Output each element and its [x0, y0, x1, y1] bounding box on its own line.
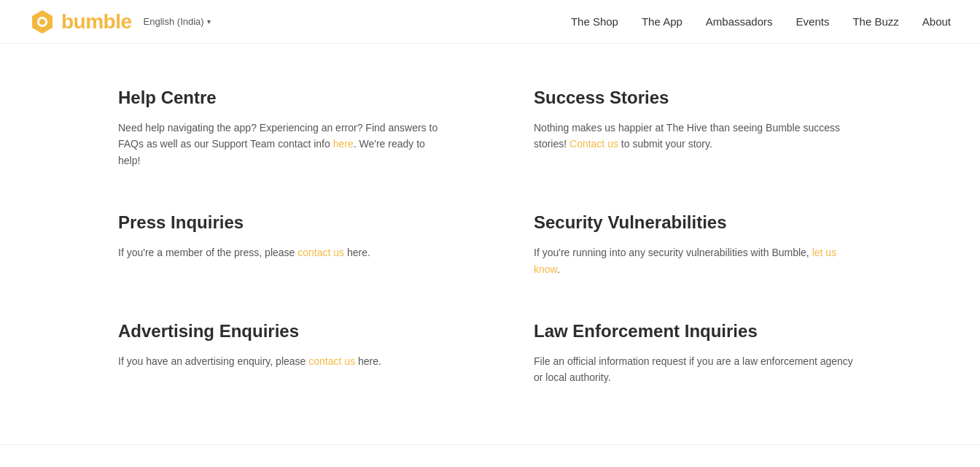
language-selector[interactable]: English (India) ▾ [144, 16, 211, 27]
card-law-enforcement: Law Enforcement Inquiries File an offici… [534, 321, 862, 386]
card-help-centre: Help Centre Need help navigating the app… [118, 88, 446, 169]
card-press-inquiries-body: If you're a member of the press, please … [118, 244, 446, 260]
press-inquiries-link[interactable]: contact us [298, 247, 344, 258]
card-law-enforcement-title: Law Enforcement Inquiries [534, 321, 862, 341]
footer: bumble [0, 444, 980, 467]
security-vulnerabilities-link[interactable]: let us know [534, 247, 836, 274]
card-press-inquiries: Press Inquiries If you're a member of th… [118, 212, 446, 277]
card-press-inquiries-title: Press Inquiries [118, 212, 446, 233]
card-success-stories: Success Stories Nothing makes us happier… [534, 88, 862, 169]
nav-ambassadors[interactable]: Ambassadors [706, 15, 773, 28]
advertising-enquiries-link[interactable]: contact us [308, 355, 355, 367]
main-nav: The Shop The App Ambassadors Events The … [571, 15, 951, 28]
svg-point-2 [39, 19, 45, 25]
card-security-vulnerabilities-body: If you're running into any security vuln… [534, 244, 862, 277]
main-content: Help Centre Need help navigating the app… [89, 44, 891, 444]
card-advertising-enquiries: Advertising Enquiries If you have an adv… [118, 321, 446, 386]
card-advertising-enquiries-body: If you have an advertising enquiry, plea… [118, 353, 446, 369]
nav-about[interactable]: About [922, 15, 951, 28]
help-centre-link[interactable]: here [333, 138, 354, 150]
card-advertising-enquiries-title: Advertising Enquiries [118, 321, 446, 341]
header: bumble English (India) ▾ The Shop The Ap… [0, 0, 980, 44]
header-left: bumble English (India) ▾ [29, 9, 211, 35]
chevron-down-icon: ▾ [207, 18, 211, 26]
bumble-logo-icon [29, 9, 55, 35]
success-stories-link[interactable]: Contact us [569, 138, 618, 150]
card-security-vulnerabilities: Security Vulnerabilities If you're runni… [534, 212, 862, 277]
nav-events[interactable]: Events [796, 15, 830, 28]
language-label: English (India) [144, 16, 204, 27]
nav-the-buzz[interactable]: The Buzz [852, 15, 898, 28]
header-logo-text: bumble [61, 10, 132, 34]
card-success-stories-body: Nothing makes us happier at The Hive tha… [534, 120, 862, 153]
header-logo[interactable]: bumble [29, 9, 132, 35]
card-success-stories-title: Success Stories [534, 88, 862, 108]
nav-the-shop[interactable]: The Shop [571, 15, 618, 28]
card-help-centre-body: Need help navigating the app? Experienci… [118, 120, 446, 169]
cards-grid: Help Centre Need help navigating the app… [118, 88, 862, 386]
card-security-vulnerabilities-title: Security Vulnerabilities [534, 212, 862, 233]
card-help-centre-title: Help Centre [118, 88, 446, 108]
nav-the-app[interactable]: The App [642, 15, 682, 28]
card-law-enforcement-body: File an official information request if … [534, 353, 862, 386]
